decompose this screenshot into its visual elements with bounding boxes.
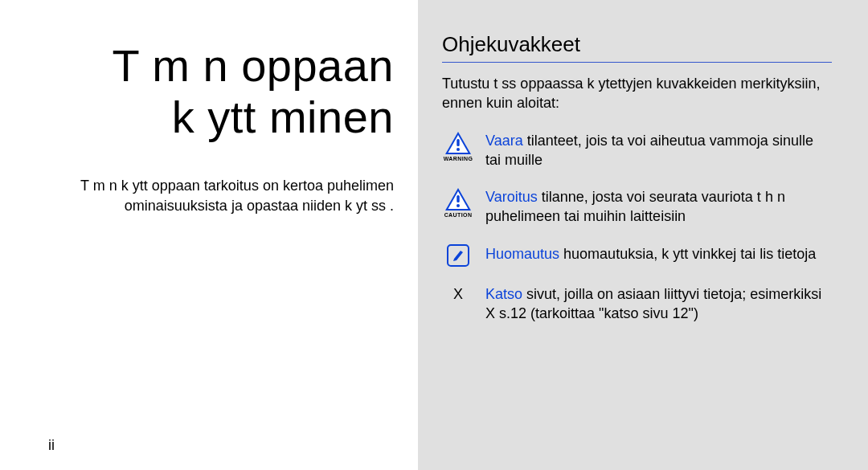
right-panel: Ohjekuvakkeet Tutustu t ss oppaassa k yt…	[418, 0, 868, 470]
xref-symbol: X	[442, 284, 474, 303]
legend-entry-warning: WARNING Vaara tilanteet, jois ta voi aih…	[442, 131, 832, 170]
icon-caption: WARNING	[444, 156, 473, 161]
icon-column: WARNING	[442, 131, 474, 161]
term-katso: Katso	[485, 286, 522, 302]
guide-description: T m n k ytt oppaan tarkoitus on kertoa p…	[48, 176, 394, 216]
term-desc: sivut, joilla on asiaan liittyvi tietoja…	[485, 286, 821, 321]
title-line-1: T m n oppaan	[112, 40, 394, 91]
left-panel: T m n oppaan k ytt minen T m n k ytt opp…	[0, 0, 418, 470]
term-vaara: Vaara	[485, 133, 523, 149]
entry-text: Huomautus huomautuksia, k ytt vinkkej ta…	[485, 244, 832, 264]
term-varoitus: Varoitus	[485, 189, 538, 205]
svg-rect-2	[457, 195, 459, 202]
title-line-2: k ytt minen	[172, 92, 394, 142]
two-column-page: T m n oppaan k ytt minen T m n k ytt opp…	[0, 0, 868, 470]
legend-entry-caution: CAUTION Varoitus tilanne, josta voi seur…	[442, 187, 832, 227]
svg-point-1	[457, 148, 460, 151]
entry-text: Katso sivut, joilla on asiaan liittyvi t…	[485, 284, 832, 324]
svg-rect-0	[457, 139, 459, 146]
term-desc: tilanteet, jois ta voi aiheutua vammoja …	[485, 133, 813, 168]
guide-title: T m n oppaan k ytt minen	[48, 40, 394, 144]
section-intro: Tutustu t ss oppaassa k ytettyjen kuvakk…	[442, 74, 832, 113]
icon-column: CAUTION	[442, 187, 474, 218]
entry-text: Vaara tilanteet, jois ta voi aiheutua va…	[485, 131, 832, 170]
note-square-icon	[447, 244, 469, 267]
caution-triangle-icon	[444, 187, 472, 211]
entry-text: Varoitus tilanne, josta voi seurata vaur…	[485, 187, 832, 227]
term-desc: huomautuksia, k ytt vinkkej tai lis tiet…	[563, 246, 816, 262]
legend-entry-note: Huomautus huomautuksia, k ytt vinkkej ta…	[442, 244, 832, 267]
warning-triangle-icon	[444, 131, 472, 155]
section-heading: Ohjekuvakkeet	[442, 32, 832, 63]
icon-caption: CAUTION	[444, 212, 473, 218]
legend-entry-xref: X Katso sivut, joilla on asiaan liittyvi…	[442, 284, 832, 324]
page-number: ii	[48, 437, 55, 454]
svg-point-3	[457, 204, 460, 207]
term-huomautus: Huomautus	[485, 246, 559, 262]
icon-column	[442, 244, 474, 267]
